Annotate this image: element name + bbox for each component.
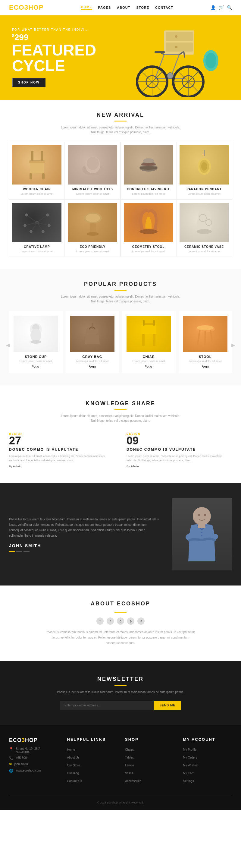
about-divider: [114, 612, 127, 613]
popular-desc-1: Lorem ipsum dolor sit amet: [70, 360, 115, 363]
footer-my-orders[interactable]: My Orders: [183, 754, 232, 760]
nav-contact[interactable]: CONTACT: [155, 6, 173, 9]
pinterest-icon[interactable]: p: [127, 617, 134, 625]
footer-helpful-links: Home About Us Our Store Our Blog Contact…: [67, 746, 116, 783]
footer-phone-text: +65-3004: [16, 756, 29, 760]
footer-shop-tables[interactable]: Tables: [125, 754, 174, 760]
svg-line-49: [37, 215, 47, 222]
popular-item-3: ▶ STOOL Lorem ipsum dolor sit amet $299: [179, 311, 232, 373]
popular-name-3: STOOL: [183, 355, 228, 359]
footer-link-about[interactable]: About Us: [67, 754, 116, 760]
person-svg: [175, 501, 229, 570]
google-icon[interactable]: g: [117, 617, 124, 625]
footer-shop-accessories[interactable]: Accessories: [125, 778, 174, 783]
product-img-5: [68, 203, 117, 242]
popular-item-2: CHIAR Lorem ipsum dolor sit amet $299: [122, 311, 176, 373]
newsletter-heading: NEWSLETTER: [12, 676, 229, 682]
footer-website: 🌐 www.ecoshop.com: [9, 769, 58, 773]
nav-about[interactable]: ABOUT: [117, 6, 130, 9]
cart-icon[interactable]: 🛒: [219, 5, 224, 10]
knowledge-desc: Lorem ipsum dolor sit amet, consectetur …: [60, 414, 181, 423]
footer-my-wishlist[interactable]: My Wishlist: [183, 762, 232, 768]
vase-svg: [192, 208, 216, 238]
svg-line-48: [27, 215, 37, 222]
knowledge-text-0: Lorem ipsum dolor sit amet, consectetur …: [9, 454, 114, 463]
footer-shop-chairs[interactable]: Chairs: [125, 746, 174, 752]
nav-store[interactable]: STORE: [136, 6, 149, 9]
svg-rect-76: [142, 334, 145, 346]
user-icon[interactable]: 👤: [211, 5, 216, 10]
dot-2[interactable]: [24, 551, 30, 552]
shop-now-button[interactable]: SHOP NOW: [12, 78, 45, 87]
svg-line-84: [211, 331, 213, 344]
product-desc-2: Lorem ipsum dolor sit amet: [124, 192, 173, 196]
svg-point-81: [197, 325, 214, 330]
nav-pages[interactable]: PAGES: [98, 6, 111, 9]
popular-price-2: $299: [127, 365, 171, 369]
product-desc-6: Lorem ipsum dolor sit amet: [124, 250, 173, 254]
footer-my-cart[interactable]: My Cart: [183, 770, 232, 775]
product-desc-7: Lorem ipsum dolor sit amet: [179, 250, 229, 254]
popular-name-2: CHIAR: [127, 355, 171, 359]
product-desc-5: Lorem ipsum dolor sit amet: [68, 250, 117, 254]
popular-header: POPULAR PRODUCTS Lorem ipsum dolor sit a…: [9, 281, 232, 304]
svg-rect-16: [154, 51, 165, 53]
svg-rect-2: [166, 42, 193, 52]
footer-link-home[interactable]: Home: [67, 746, 116, 752]
instagram-icon[interactable]: in: [137, 617, 145, 625]
svg-point-19: [205, 53, 216, 68]
popular-heading: POPULAR PRODUCTS: [9, 281, 232, 287]
newsletter-form: SEND ME: [60, 701, 181, 710]
svg-rect-78: [143, 320, 145, 326]
twitter-icon[interactable]: t: [107, 617, 114, 625]
svg-rect-75: [141, 325, 157, 334]
footer-shop-lamps[interactable]: Lamps: [125, 762, 174, 768]
popular-item-1: GRAY BAG Lorem ipsum dolor sit amet $299: [66, 311, 119, 373]
footer-settings[interactable]: Settings: [183, 778, 232, 783]
knowledge-date-1: 09: [127, 435, 232, 446]
footer-helpful-heading: HELPFUL LINKS: [67, 737, 116, 742]
copyright-text: © 2018 EcoShop. All Rights Reserved.: [97, 801, 144, 804]
about-section: ABOUT ECOSHOP f t g p in Phasellus lectu…: [0, 586, 241, 661]
newsletter-submit[interactable]: SEND ME: [154, 701, 181, 710]
newsletter-input[interactable]: [60, 701, 154, 710]
cup-svg: [25, 322, 46, 346]
newsletter-desc: Phasellus lectus lorem faucibus bibendum…: [12, 690, 229, 695]
arrow-left-icon[interactable]: ◀: [6, 342, 10, 348]
svg-point-40: [143, 158, 154, 163]
footer-address: 📍 Street No 19, 38/ANO-38104: [9, 747, 58, 754]
hero-svg: [110, 19, 231, 97]
search-icon[interactable]: 🔍: [227, 5, 232, 10]
footer-link-store[interactable]: Our Store: [67, 762, 116, 768]
footer-my-profile[interactable]: My Profile: [183, 746, 232, 752]
logo[interactable]: ECO3HOP: [9, 4, 44, 11]
footer-link-blog[interactable]: Our Blog: [67, 770, 116, 775]
footer-link-contact[interactable]: Contact Us: [67, 778, 116, 783]
svg-rect-79: [153, 320, 155, 326]
product-item-7: CERAMIC STONE VASE Lorem ipsum dolor sit…: [176, 199, 232, 257]
footer-phone: 📞 +65-3004: [9, 756, 58, 760]
knowledge-divider: [114, 409, 127, 410]
footer-logo[interactable]: ECO3HOP: [9, 737, 58, 743]
dot-1[interactable]: [16, 551, 22, 552]
svg-point-87: [204, 514, 206, 516]
popular-desc-3: Lorem ipsum dolor sit amet: [183, 360, 228, 363]
product-img-6: [124, 203, 173, 242]
footer-col-helpful: HELPFUL LINKS Home About Us Our Store Ou…: [67, 737, 116, 786]
product-name-1: MINIMALIST WOO TOYS: [68, 188, 117, 191]
nav-home[interactable]: HOME: [81, 5, 92, 10]
footer-shop-vases[interactable]: Vases: [125, 770, 174, 775]
footer-email-text: john.smith: [14, 763, 28, 766]
svg-point-3: [175, 35, 177, 38]
svg-point-54: [25, 213, 28, 216]
popular-img-3: [183, 316, 228, 352]
knowledge-item-1: Design 09 DONEC COMMO IS VULPUTATE Lorem…: [127, 432, 232, 468]
facebook-icon[interactable]: f: [96, 617, 104, 625]
popular-desc-2: Lorem ipsum dolor sit amet: [127, 360, 171, 363]
popular-desc-0: Lorem ipsum dolor sit amet: [13, 360, 58, 363]
new-arrival-desc: Lorem ipsum dolor sit amet, consectetur …: [60, 125, 181, 135]
logo-text-2: HOP: [28, 4, 44, 11]
testimonial-text: Phasellus lectus lorem faucibus bibendum…: [9, 517, 160, 538]
dot-0[interactable]: [9, 551, 15, 552]
arrow-right-icon[interactable]: ▶: [231, 342, 235, 348]
